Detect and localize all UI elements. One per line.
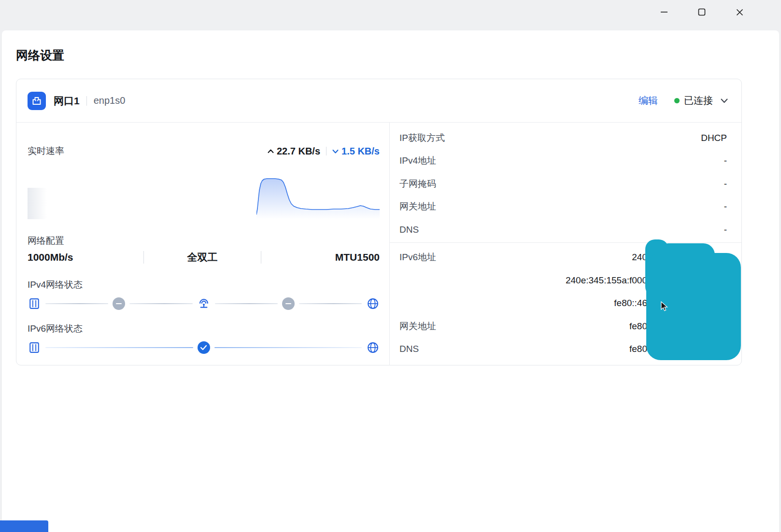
status-label: 已连接 [684,94,713,107]
detail-value: DHCP [701,133,727,143]
hop-line [129,303,192,304]
detail-label: IPv6地址 [399,251,436,264]
redaction-scribble [642,237,745,368]
download-speed-value: 1.5 KB/s [341,146,380,157]
speed-separator [326,147,327,155]
close-icon [736,9,743,16]
config-row: 1000Mb/s 全双工 MTU1500 [28,249,380,266]
upload-speed-value: 22.7 KB/s [277,146,320,157]
detail-value: - [724,224,727,235]
interface-body: 实时速率 22.7 KB/s 1.5 KB/s [16,123,741,365]
detail-label: DNS [399,224,419,235]
status-dot [674,98,680,103]
detail-row: IP获取方式 DHCP [399,126,727,150]
arrow-down-icon [332,149,339,154]
detail-value: - [724,201,727,212]
hop-status-pending-icon [282,297,295,310]
port-name: 网口1 [54,94,80,108]
close-button[interactable] [731,4,748,20]
detail-row: IPv4地址 - [399,150,727,173]
ipv4-status-label: IPv4网络状态 [28,279,83,291]
detail-label: IP获取方式 [399,132,445,144]
bottom-blue-bar [0,520,48,532]
minimize-icon [660,8,668,16]
detail-value: - [724,155,727,166]
network-interface-card: 网口1 enp1s0 编辑 已连接 实时速率 [16,79,742,365]
header-separator [86,96,87,106]
download-speed: 1.5 KB/s [332,146,380,157]
realtime-speed-label: 实时速率 [28,145,64,157]
nas-device-icon [28,297,41,310]
detail-value: 240e:345:155a:f000 [566,275,647,286]
arrow-up-icon [268,149,274,154]
minimize-button[interactable] [655,4,673,20]
interface-name: enp1s0 [94,95,126,106]
detail-label: 网关地址 [399,200,436,213]
ipv6-status-label: IPv6网络状态 [28,322,83,335]
ipv4-status-row [28,296,380,311]
traffic-panel: 实时速率 22.7 KB/s 1.5 KB/s [16,123,389,365]
internet-globe-icon [366,297,380,310]
hop-line [45,347,193,348]
hop-status-pending-icon [113,297,125,310]
chart-history-fade [28,188,47,219]
detail-label: 子网掩码 [399,178,436,190]
network-config-label: 网络配置 [28,235,64,247]
detail-label: 网关地址 [399,320,436,333]
router-signal-icon [197,297,211,310]
speed-readout: 22.7 KB/s 1.5 KB/s [268,146,380,157]
window-titlebar [0,0,781,30]
header-actions: 编辑 已连接 [639,94,728,107]
ethernet-port-icon [28,92,46,110]
hop-line [299,303,362,304]
detail-row: 网关地址 - [399,196,727,219]
detail-value: - [724,179,727,189]
link-speed: 1000Mb/s [28,251,144,264]
internet-globe-icon [366,341,380,354]
maximize-icon [698,8,706,16]
app-window: 网络设置 网口1 enp1s0 编辑 已连接 [0,0,781,532]
connection-status-dropdown[interactable]: 已连接 [674,94,728,107]
duplex-mode: 全双工 [144,251,261,264]
hop-status-ok-icon [198,341,210,354]
interface-header: 网口1 enp1s0 编辑 已连接 [16,79,741,123]
mtu-value: MTU1500 [261,251,380,264]
page-title: 网络设置 [16,47,64,63]
hop-line [215,303,278,304]
hop-line [214,347,362,348]
upload-speed: 22.7 KB/s [268,146,320,157]
hop-line [45,303,108,304]
maximize-button[interactable] [693,4,710,20]
chevron-down-icon [721,98,728,103]
mouse-cursor [660,301,668,312]
ipv6-status-row [28,340,380,355]
ipv4-details: IP获取方式 DHCP IPv4地址 - 子网掩码 - 网关地址 [390,123,741,241]
speed-chart [256,177,380,219]
detail-label: DNS [399,344,419,354]
edit-link[interactable]: 编辑 [639,94,658,107]
nas-device-icon [28,341,41,354]
speed-area [256,179,380,219]
detail-row: 子网掩码 - [399,172,727,196]
detail-label: IPv4地址 [399,154,436,167]
